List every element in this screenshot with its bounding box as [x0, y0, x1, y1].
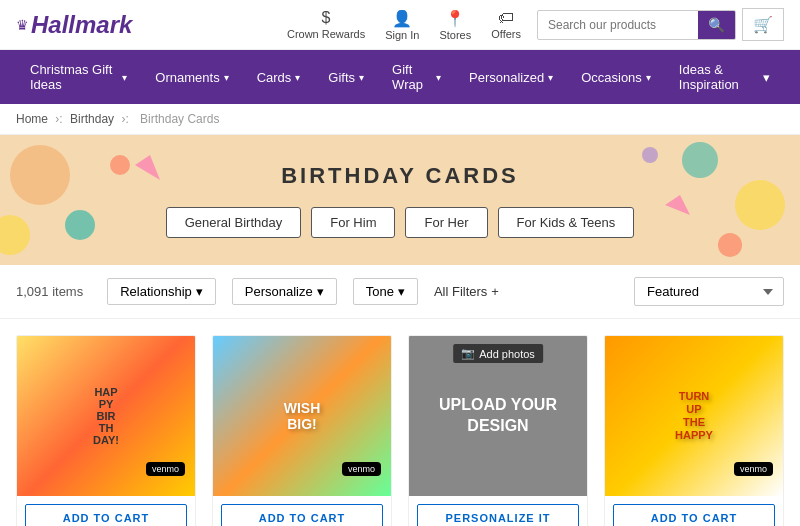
- logo[interactable]: ♛ Hallmark: [16, 11, 132, 39]
- sign-in-label: Sign In: [385, 29, 419, 41]
- product-card: 📷 Add photos UPLOAD YOUR DESIGN PERSONAL…: [408, 335, 588, 526]
- nav-item-christmas[interactable]: Christmas Gift Ideas ▾: [16, 50, 141, 104]
- product-cta: ADD TO CART: [213, 496, 391, 526]
- nav-item-ideas[interactable]: Ideas & Inspiration ▾: [665, 50, 784, 104]
- svg-point-2: [110, 155, 130, 175]
- category-filter-pills: General Birthday For Him For Her For Kid…: [166, 207, 635, 238]
- chevron-down-icon: ▾: [224, 72, 229, 83]
- nav-item-cards[interactable]: Cards ▾: [243, 58, 315, 97]
- tone-filter[interactable]: Tone ▾: [353, 278, 418, 305]
- chevron-down-icon: ▾: [196, 284, 203, 299]
- filter-for-kids[interactable]: For Kids & Teens: [498, 207, 635, 238]
- crown-rewards-label: Crown Rewards: [287, 28, 365, 40]
- product-cta: ADD TO CART: [605, 496, 783, 526]
- product-image: HAPPYBIRTHDAY! venmo: [17, 336, 195, 496]
- user-icon: 👤: [392, 9, 412, 28]
- breadcrumb-current: Birthday Cards: [140, 112, 219, 126]
- breadcrumb-home[interactable]: Home: [16, 112, 48, 126]
- add-photos-badge: 📷 Add photos: [453, 344, 543, 363]
- nav-item-ornaments[interactable]: Ornaments ▾: [141, 58, 242, 97]
- svg-point-6: [735, 180, 785, 230]
- nav-item-giftwrap[interactable]: Gift Wrap ▾: [378, 50, 455, 104]
- brand-badge: venmo: [146, 462, 185, 476]
- personalize-filter[interactable]: Personalize ▾: [232, 278, 337, 305]
- product-image: TURNUPTHEHAPPY venmo: [605, 336, 783, 496]
- camera-icon: 📷: [461, 347, 475, 360]
- crown-icon: ♛: [16, 17, 29, 33]
- sort-select-wrapper: Featured Best Sellers New Arrivals Price…: [634, 277, 784, 306]
- product-card: TURNUPTHEHAPPY venmo ADD TO CART $4.99 T…: [604, 335, 784, 526]
- nav-item-gifts[interactable]: Gifts ▾: [314, 58, 378, 97]
- item-count: 1,091 items: [16, 284, 83, 299]
- chevron-down-icon: ▾: [295, 72, 300, 83]
- upload-text: UPLOAD YOUR DESIGN: [409, 395, 587, 437]
- nav-item-personalized[interactable]: Personalized ▾: [455, 58, 567, 97]
- chevron-down-icon: ▾: [122, 72, 127, 83]
- search-bar: 🔍: [537, 10, 736, 40]
- brand-badge: venmo: [734, 462, 773, 476]
- filter-general-birthday[interactable]: General Birthday: [166, 207, 302, 238]
- plus-icon: +: [491, 284, 499, 299]
- brand-badge: venmo: [342, 462, 381, 476]
- location-icon: 📍: [445, 9, 465, 28]
- hero-banner: BIRTHDAY CARDS General Birthday For Him …: [0, 135, 800, 265]
- chevron-down-icon: ▾: [359, 72, 364, 83]
- breadcrumb: Home ›: Birthday ›: Birthday Cards: [0, 104, 800, 135]
- svg-point-1: [65, 210, 95, 240]
- sort-filter-bar: 1,091 items Relationship ▾ Personalize ▾…: [0, 265, 800, 319]
- top-navigation: ♛ Hallmark $ Crown Rewards 👤 Sign In 📍 S…: [0, 0, 800, 50]
- product-image: 📷 Add photos UPLOAD YOUR DESIGN: [409, 336, 587, 496]
- sort-select[interactable]: Featured Best Sellers New Arrivals Price…: [634, 277, 784, 306]
- chevron-down-icon: ▾: [646, 72, 651, 83]
- filter-for-him[interactable]: For Him: [311, 207, 395, 238]
- dollar-icon: $: [322, 9, 331, 27]
- personalize-button[interactable]: PERSONALIZE IT: [417, 504, 579, 526]
- search-input[interactable]: [538, 12, 698, 38]
- chevron-down-icon: ▾: [548, 72, 553, 83]
- svg-point-9: [642, 147, 658, 163]
- add-to-cart-button[interactable]: ADD TO CART: [25, 504, 187, 526]
- hero-decoration: [0, 135, 800, 265]
- tag-icon: 🏷: [498, 9, 514, 27]
- top-nav-links: $ Crown Rewards 👤 Sign In 📍 Stores 🏷 Off…: [287, 9, 521, 41]
- svg-marker-8: [665, 195, 690, 215]
- svg-point-5: [682, 142, 718, 178]
- product-cta: ADD TO CART: [17, 496, 195, 526]
- cart-button[interactable]: 🛒: [742, 8, 784, 41]
- main-navigation: Christmas Gift Ideas ▾ Ornaments ▾ Cards…: [0, 50, 800, 104]
- nav-item-occasions[interactable]: Occasions ▾: [567, 58, 665, 97]
- product-card: HAPPYBIRTHDAY! venmo ADD TO CART $4.99 H…: [16, 335, 196, 526]
- offers-label: Offers: [491, 28, 521, 40]
- product-cta: PERSONALIZE IT: [409, 496, 587, 526]
- breadcrumb-birthday[interactable]: Birthday: [70, 112, 114, 126]
- chevron-down-icon: ▾: [436, 72, 441, 83]
- sign-in-link[interactable]: 👤 Sign In: [385, 9, 419, 41]
- add-to-cart-button[interactable]: ADD TO CART: [613, 504, 775, 526]
- filter-for-her[interactable]: For Her: [405, 207, 487, 238]
- stores-label: Stores: [439, 29, 471, 41]
- product-image: WISHBIG! venmo: [213, 336, 391, 496]
- svg-marker-4: [135, 155, 160, 180]
- offers-link[interactable]: 🏷 Offers: [491, 9, 521, 40]
- all-filters-button[interactable]: All Filters +: [434, 284, 499, 299]
- svg-point-3: [0, 215, 30, 255]
- crown-rewards-link[interactable]: $ Crown Rewards: [287, 9, 365, 40]
- relationship-filter[interactable]: Relationship ▾: [107, 278, 216, 305]
- chevron-down-icon: ▾: [317, 284, 324, 299]
- chevron-down-icon: ▾: [763, 70, 770, 85]
- chevron-down-icon: ▾: [398, 284, 405, 299]
- stores-link[interactable]: 📍 Stores: [439, 9, 471, 41]
- logo-text: Hallmark: [31, 11, 132, 39]
- search-button[interactable]: 🔍: [698, 11, 735, 39]
- add-to-cart-button[interactable]: ADD TO CART: [221, 504, 383, 526]
- page-title: BIRTHDAY CARDS: [281, 163, 519, 189]
- products-grid: HAPPYBIRTHDAY! venmo ADD TO CART $4.99 H…: [0, 319, 800, 526]
- product-card: WISHBIG! venmo ADD TO CART $4.99 Wish Bi…: [212, 335, 392, 526]
- svg-point-0: [10, 145, 70, 205]
- svg-point-7: [718, 233, 742, 257]
